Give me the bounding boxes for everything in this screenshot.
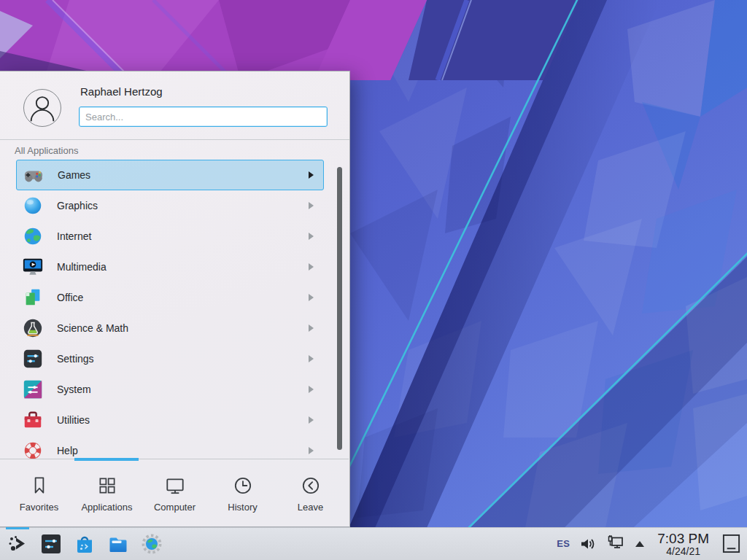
taskbar-panel: ES 7:03 PM 4/24/21 xyxy=(0,527,747,560)
header-divider xyxy=(0,139,349,140)
monitor-icon xyxy=(164,475,186,497)
discover-store-button[interactable] xyxy=(74,533,96,555)
user-avatar xyxy=(23,89,61,127)
category-help[interactable]: Help xyxy=(0,435,349,460)
desktop: Raphael Hertzog All Applications Games xyxy=(0,0,747,560)
tab-applications[interactable]: Applications xyxy=(73,459,141,526)
person-icon xyxy=(24,90,61,126)
tab-label: Computer xyxy=(154,502,196,513)
show-desktop-button[interactable] xyxy=(721,532,741,555)
application-launcher-popup: Raphael Hertzog All Applications Games xyxy=(0,71,350,527)
clock-date: 4/24/21 xyxy=(657,546,709,556)
tab-computer[interactable]: Computer xyxy=(141,459,209,526)
category-label: Internet xyxy=(57,230,91,242)
documents-icon xyxy=(22,287,44,308)
submenu-arrow-icon xyxy=(309,233,314,240)
submenu-arrow-icon xyxy=(309,324,314,332)
monitor-play-icon xyxy=(22,256,44,278)
sphere-icon xyxy=(22,195,44,217)
clock-time: 7:03 PM xyxy=(657,532,709,545)
app-launcher-button[interactable] xyxy=(7,533,28,555)
submenu-arrow-icon xyxy=(309,263,314,271)
lifebuoy-icon xyxy=(22,440,44,460)
submenu-arrow-icon xyxy=(309,447,314,454)
globe-gear-icon xyxy=(141,533,163,555)
tab-label: Favorites xyxy=(20,502,58,513)
launcher-tabbar: Favorites Applications xyxy=(0,459,349,526)
volume-icon[interactable] xyxy=(579,535,597,553)
submenu-arrow-icon xyxy=(309,202,314,209)
gamepad-icon xyxy=(23,164,44,186)
category-graphics[interactable]: Graphics xyxy=(0,190,349,221)
tweaks-icon xyxy=(40,533,62,555)
tab-label: History xyxy=(228,502,257,513)
submenu-arrow-icon xyxy=(309,416,314,424)
category-label: Games xyxy=(58,169,90,181)
sliders-icon xyxy=(22,348,44,370)
flask-icon xyxy=(22,317,44,339)
category-games[interactable]: Games xyxy=(16,160,324,190)
category-label: Science & Math xyxy=(57,322,128,334)
launcher-header: Raphael Hertzog xyxy=(0,71,349,139)
application-category-list: Games Graphics xyxy=(0,160,349,460)
file-manager-button[interactable] xyxy=(107,533,129,555)
category-label: System xyxy=(57,384,91,395)
submenu-arrow-icon xyxy=(309,171,314,179)
web-globe-app-button[interactable] xyxy=(141,533,163,555)
tab-leave[interactable]: Leave xyxy=(276,459,344,526)
tab-history[interactable]: History xyxy=(209,459,276,526)
list-scrollbar[interactable] xyxy=(337,167,342,450)
digital-clock[interactable]: 7:03 PM 4/24/21 xyxy=(654,532,712,556)
user-name: Raphael Hertzog xyxy=(80,85,163,98)
leave-icon xyxy=(300,475,322,497)
kde-launcher-icon xyxy=(7,533,28,555)
category-label: Settings xyxy=(57,353,94,365)
submenu-arrow-icon xyxy=(309,294,314,301)
system-tweaks-button[interactable] xyxy=(40,533,62,555)
clock-icon xyxy=(232,475,254,497)
globe-icon xyxy=(22,225,44,247)
category-label: Multimedia xyxy=(57,261,107,273)
category-label: Help xyxy=(57,445,78,456)
category-internet[interactable]: Internet xyxy=(0,221,349,252)
category-office[interactable]: Office xyxy=(0,282,349,313)
category-science-math[interactable]: Science & Math xyxy=(0,313,349,343)
network-icon[interactable] xyxy=(606,534,625,553)
category-label: Office xyxy=(57,292,83,303)
grid-icon xyxy=(96,475,118,497)
category-label: Graphics xyxy=(57,200,98,211)
category-system[interactable]: System xyxy=(0,374,349,405)
bookmark-icon xyxy=(28,475,50,497)
section-label: All Applications xyxy=(15,145,78,156)
tab-label: Leave xyxy=(298,502,323,513)
keyboard-layout-indicator[interactable]: ES xyxy=(557,538,570,549)
system-sliders-icon xyxy=(22,378,44,400)
tray-expand-caret-icon[interactable] xyxy=(635,540,645,548)
category-multimedia[interactable]: Multimedia xyxy=(0,252,349,282)
category-settings[interactable]: Settings xyxy=(0,343,349,374)
toolbox-icon xyxy=(22,409,44,431)
submenu-arrow-icon xyxy=(309,386,314,393)
tab-favorites[interactable]: Favorites xyxy=(5,459,73,526)
tab-label: Applications xyxy=(81,502,132,513)
category-utilities[interactable]: Utilities xyxy=(0,405,349,435)
category-label: Utilities xyxy=(57,414,90,426)
discover-bag-icon xyxy=(74,533,96,555)
folder-icon xyxy=(107,533,129,555)
submenu-arrow-icon xyxy=(309,355,314,362)
search-input[interactable] xyxy=(79,106,328,127)
